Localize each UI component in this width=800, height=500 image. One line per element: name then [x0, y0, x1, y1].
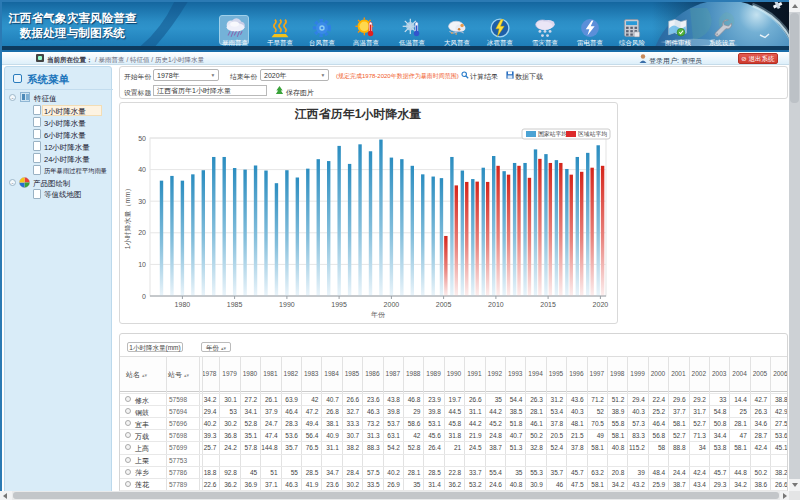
- svg-text:年份: 年份: [371, 311, 386, 319]
- svg-text:1995: 1995: [331, 301, 347, 308]
- svg-text:2005: 2005: [436, 301, 452, 308]
- svg-text:1小时降水量（mm）: 1小时降水量（mm）: [124, 185, 132, 250]
- svg-text:50: 50: [138, 135, 146, 142]
- svg-text:2010: 2010: [488, 301, 504, 308]
- svg-text:10: 10: [138, 261, 146, 268]
- svg-text:区域站平均: 区域站平均: [578, 130, 607, 138]
- svg-text:1985: 1985: [227, 301, 243, 308]
- svg-text:1990: 1990: [279, 301, 295, 308]
- svg-text:2020: 2020: [593, 301, 609, 308]
- svg-text:40: 40: [138, 166, 146, 173]
- svg-text:2015: 2015: [540, 301, 556, 308]
- svg-text:2000: 2000: [384, 301, 400, 308]
- svg-text:1980: 1980: [175, 301, 191, 308]
- svg-text:20: 20: [138, 229, 146, 236]
- svg-text:江西省历年1小时降水量: 江西省历年1小时降水量: [294, 107, 422, 121]
- svg-text:0: 0: [142, 293, 146, 300]
- svg-text:30: 30: [138, 198, 146, 205]
- svg-text:国家站平均: 国家站平均: [538, 130, 567, 138]
